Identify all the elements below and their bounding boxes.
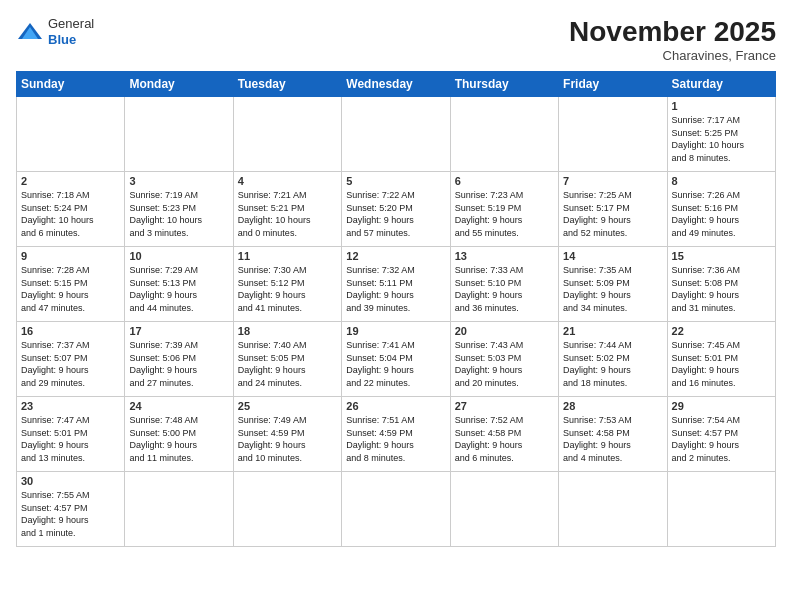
logo-blue: Blue: [48, 32, 76, 47]
calendar-week-row: 16Sunrise: 7:37 AM Sunset: 5:07 PM Dayli…: [17, 322, 776, 397]
day-number: 9: [21, 250, 120, 262]
day-number: 3: [129, 175, 228, 187]
day-info: Sunrise: 7:52 AM Sunset: 4:58 PM Dayligh…: [455, 414, 554, 464]
calendar-cell: 24Sunrise: 7:48 AM Sunset: 5:00 PM Dayli…: [125, 397, 233, 472]
calendar-cell: [559, 97, 667, 172]
day-info: Sunrise: 7:49 AM Sunset: 4:59 PM Dayligh…: [238, 414, 337, 464]
calendar-cell: [17, 97, 125, 172]
logo-text: General Blue: [48, 16, 94, 47]
calendar-cell: 21Sunrise: 7:44 AM Sunset: 5:02 PM Dayli…: [559, 322, 667, 397]
day-number: 8: [672, 175, 771, 187]
calendar-cell: 14Sunrise: 7:35 AM Sunset: 5:09 PM Dayli…: [559, 247, 667, 322]
day-number: 24: [129, 400, 228, 412]
day-info: Sunrise: 7:35 AM Sunset: 5:09 PM Dayligh…: [563, 264, 662, 314]
day-info: Sunrise: 7:26 AM Sunset: 5:16 PM Dayligh…: [672, 189, 771, 239]
day-number: 6: [455, 175, 554, 187]
day-info: Sunrise: 7:41 AM Sunset: 5:04 PM Dayligh…: [346, 339, 445, 389]
day-number: 5: [346, 175, 445, 187]
day-info: Sunrise: 7:37 AM Sunset: 5:07 PM Dayligh…: [21, 339, 120, 389]
calendar-header-row: SundayMondayTuesdayWednesdayThursdayFrid…: [17, 72, 776, 97]
day-number: 16: [21, 325, 120, 337]
day-info: Sunrise: 7:23 AM Sunset: 5:19 PM Dayligh…: [455, 189, 554, 239]
day-of-week-header: Monday: [125, 72, 233, 97]
day-number: 15: [672, 250, 771, 262]
calendar-cell: [559, 472, 667, 547]
logo-general: General: [48, 16, 94, 31]
day-number: 25: [238, 400, 337, 412]
calendar-cell: 5Sunrise: 7:22 AM Sunset: 5:20 PM Daylig…: [342, 172, 450, 247]
day-info: Sunrise: 7:48 AM Sunset: 5:00 PM Dayligh…: [129, 414, 228, 464]
calendar-table: SundayMondayTuesdayWednesdayThursdayFrid…: [16, 71, 776, 547]
day-info: Sunrise: 7:25 AM Sunset: 5:17 PM Dayligh…: [563, 189, 662, 239]
day-info: Sunrise: 7:30 AM Sunset: 5:12 PM Dayligh…: [238, 264, 337, 314]
day-info: Sunrise: 7:55 AM Sunset: 4:57 PM Dayligh…: [21, 489, 120, 539]
calendar-cell: 11Sunrise: 7:30 AM Sunset: 5:12 PM Dayli…: [233, 247, 341, 322]
day-number: 19: [346, 325, 445, 337]
day-number: 23: [21, 400, 120, 412]
calendar-cell: [125, 97, 233, 172]
calendar-cell: [450, 97, 558, 172]
calendar-cell: [667, 472, 775, 547]
title-section: November 2025 Charavines, France: [569, 16, 776, 63]
day-info: Sunrise: 7:18 AM Sunset: 5:24 PM Dayligh…: [21, 189, 120, 239]
calendar-cell: 27Sunrise: 7:52 AM Sunset: 4:58 PM Dayli…: [450, 397, 558, 472]
day-number: 18: [238, 325, 337, 337]
calendar-week-row: 1Sunrise: 7:17 AM Sunset: 5:25 PM Daylig…: [17, 97, 776, 172]
calendar-cell: 23Sunrise: 7:47 AM Sunset: 5:01 PM Dayli…: [17, 397, 125, 472]
calendar-cell: [342, 97, 450, 172]
day-of-week-header: Friday: [559, 72, 667, 97]
day-number: 11: [238, 250, 337, 262]
calendar-cell: 29Sunrise: 7:54 AM Sunset: 4:57 PM Dayli…: [667, 397, 775, 472]
day-info: Sunrise: 7:47 AM Sunset: 5:01 PM Dayligh…: [21, 414, 120, 464]
day-number: 22: [672, 325, 771, 337]
day-number: 7: [563, 175, 662, 187]
day-info: Sunrise: 7:39 AM Sunset: 5:06 PM Dayligh…: [129, 339, 228, 389]
day-number: 13: [455, 250, 554, 262]
day-info: Sunrise: 7:43 AM Sunset: 5:03 PM Dayligh…: [455, 339, 554, 389]
calendar-cell: 2Sunrise: 7:18 AM Sunset: 5:24 PM Daylig…: [17, 172, 125, 247]
calendar-week-row: 30Sunrise: 7:55 AM Sunset: 4:57 PM Dayli…: [17, 472, 776, 547]
calendar-cell: 28Sunrise: 7:53 AM Sunset: 4:58 PM Dayli…: [559, 397, 667, 472]
page-header: General Blue November 2025 Charavines, F…: [16, 16, 776, 63]
calendar-cell: 10Sunrise: 7:29 AM Sunset: 5:13 PM Dayli…: [125, 247, 233, 322]
calendar-cell: [125, 472, 233, 547]
day-info: Sunrise: 7:36 AM Sunset: 5:08 PM Dayligh…: [672, 264, 771, 314]
day-number: 28: [563, 400, 662, 412]
calendar-cell: 15Sunrise: 7:36 AM Sunset: 5:08 PM Dayli…: [667, 247, 775, 322]
day-number: 20: [455, 325, 554, 337]
logo-icon: [16, 21, 44, 43]
day-number: 2: [21, 175, 120, 187]
calendar-cell: [233, 472, 341, 547]
day-info: Sunrise: 7:45 AM Sunset: 5:01 PM Dayligh…: [672, 339, 771, 389]
day-number: 14: [563, 250, 662, 262]
calendar-week-row: 23Sunrise: 7:47 AM Sunset: 5:01 PM Dayli…: [17, 397, 776, 472]
day-info: Sunrise: 7:53 AM Sunset: 4:58 PM Dayligh…: [563, 414, 662, 464]
day-info: Sunrise: 7:28 AM Sunset: 5:15 PM Dayligh…: [21, 264, 120, 314]
calendar-cell: 12Sunrise: 7:32 AM Sunset: 5:11 PM Dayli…: [342, 247, 450, 322]
day-info: Sunrise: 7:32 AM Sunset: 5:11 PM Dayligh…: [346, 264, 445, 314]
calendar-cell: 8Sunrise: 7:26 AM Sunset: 5:16 PM Daylig…: [667, 172, 775, 247]
day-info: Sunrise: 7:29 AM Sunset: 5:13 PM Dayligh…: [129, 264, 228, 314]
day-of-week-header: Tuesday: [233, 72, 341, 97]
day-number: 17: [129, 325, 228, 337]
logo: General Blue: [16, 16, 94, 47]
calendar-week-row: 9Sunrise: 7:28 AM Sunset: 5:15 PM Daylig…: [17, 247, 776, 322]
day-number: 29: [672, 400, 771, 412]
calendar-cell: 4Sunrise: 7:21 AM Sunset: 5:21 PM Daylig…: [233, 172, 341, 247]
calendar-cell: 19Sunrise: 7:41 AM Sunset: 5:04 PM Dayli…: [342, 322, 450, 397]
day-number: 27: [455, 400, 554, 412]
day-number: 12: [346, 250, 445, 262]
calendar-cell: 9Sunrise: 7:28 AM Sunset: 5:15 PM Daylig…: [17, 247, 125, 322]
day-info: Sunrise: 7:33 AM Sunset: 5:10 PM Dayligh…: [455, 264, 554, 314]
calendar-cell: [233, 97, 341, 172]
calendar-cell: 16Sunrise: 7:37 AM Sunset: 5:07 PM Dayli…: [17, 322, 125, 397]
calendar-cell: 1Sunrise: 7:17 AM Sunset: 5:25 PM Daylig…: [667, 97, 775, 172]
calendar-cell: 17Sunrise: 7:39 AM Sunset: 5:06 PM Dayli…: [125, 322, 233, 397]
calendar-cell: 3Sunrise: 7:19 AM Sunset: 5:23 PM Daylig…: [125, 172, 233, 247]
day-info: Sunrise: 7:40 AM Sunset: 5:05 PM Dayligh…: [238, 339, 337, 389]
day-of-week-header: Thursday: [450, 72, 558, 97]
day-of-week-header: Wednesday: [342, 72, 450, 97]
day-number: 30: [21, 475, 120, 487]
calendar-cell: 25Sunrise: 7:49 AM Sunset: 4:59 PM Dayli…: [233, 397, 341, 472]
calendar-cell: 7Sunrise: 7:25 AM Sunset: 5:17 PM Daylig…: [559, 172, 667, 247]
